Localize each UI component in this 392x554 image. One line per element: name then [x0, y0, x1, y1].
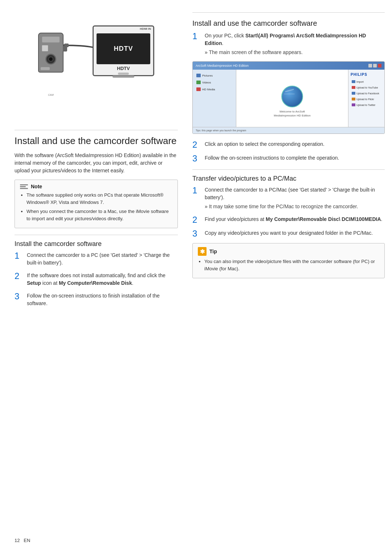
page-lang: EN: [24, 538, 30, 543]
note-header-label: Note: [31, 184, 42, 189]
transfer-step-1: 1 Connect the camcorder to a PC/Mac (see…: [192, 186, 385, 210]
screenshot-bottom-bar: Tips: this page when you launch the prog…: [193, 127, 384, 134]
win-close: [378, 64, 381, 67]
right-divider-top: [192, 12, 385, 13]
right-steps: 1 On your PC, click Start\(All) Programs…: [192, 32, 385, 56]
right-step-content-2: Click an option to select the correspond…: [205, 140, 385, 148]
right-section-title: Install and use the camcorder software: [192, 18, 385, 28]
tv-name: HDTV: [94, 66, 153, 71]
win-maximize: [373, 64, 377, 67]
transfer-step-2: 2 Find your video/pictures at My Compute…: [192, 216, 385, 224]
page-footer: 12 EN: [15, 538, 30, 543]
right-step-3: 3 Follow the on-screen instructions to c…: [192, 154, 385, 163]
ss-youtube-btn: Upload to YouTube: [351, 85, 382, 90]
transfer-step-content-1: Connect the camcorder to a PC/Mac (see '…: [205, 186, 385, 210]
divider-1: [15, 130, 178, 130]
sidebar-videos: Videos: [195, 79, 234, 85]
philips-logo: PHILIPS: [351, 73, 382, 77]
step-num-1: 1: [15, 251, 22, 260]
ss-flickr-btn: Upload to Flickr: [351, 97, 382, 101]
transfer-step-num-1: 1: [192, 186, 200, 195]
step-content-3: Follow the on-screen instructions to fin…: [27, 292, 178, 307]
divider-2: [15, 235, 178, 235]
right-step-num-1: 1: [192, 32, 200, 41]
note-item-2: When you connect the camcorder to a Mac,…: [26, 208, 172, 222]
tip-list: You can also import the video/picture fi…: [198, 258, 379, 272]
transfer-steps: 1 Connect the camcorder to a PC/Mac (see…: [192, 186, 385, 238]
transfer-step-content-3: Copy any video/pictures you want to your…: [205, 229, 385, 237]
tip-item-1: You can also import the video/picture fi…: [204, 258, 379, 272]
software-screenshot: ArcSoft MediaImpression HD Edition Pictu…: [192, 61, 385, 134]
note-list: The software supplied only works on PCs …: [20, 192, 172, 222]
screenshot-main: Welcome to ArcSoftMediaImpression HD Edi…: [236, 70, 348, 134]
transfer-step-num-3: 3: [192, 229, 200, 238]
note-item-1: The software supplied only works on PCs …: [26, 192, 172, 206]
screenshot-title: ArcSoft MediaImpression HD Edition: [196, 64, 366, 67]
right-step-2: 2 Click an option to select the correspo…: [192, 140, 385, 149]
right-divider-2: [192, 169, 385, 170]
ss-import-btn: Import: [351, 79, 382, 84]
right-step-content-3: Follow the on-screen instructions to com…: [205, 154, 385, 162]
right-step-1-sub: The main screen of the software appears.: [205, 49, 385, 56]
right-step-num-3: 3: [192, 154, 200, 163]
globe-image: [281, 86, 303, 107]
transfer-step-1-sub: It may take some time for the PC/Mac to …: [205, 203, 385, 210]
ss-twitter-btn: Upload to Twitter: [351, 103, 382, 107]
tv-label: HDTV: [114, 45, 133, 53]
hdmi-label: HDMI IN: [94, 26, 153, 30]
install-title: Install the camcorder software: [15, 240, 178, 248]
svg-rect-0: [64, 44, 69, 47]
screenshot-right-panel: PHILIPS Import Upload to YouTube Upload …: [348, 70, 384, 134]
install-step-1: 1 Connect the camcorder to a PC (see 'Ge…: [15, 251, 178, 267]
right-step-num-2: 2: [192, 140, 200, 149]
tip-header-label: Tip: [209, 249, 217, 254]
step-content-2: If the software does not install automat…: [27, 272, 178, 287]
right-step-content-1: On your PC, click Start\(All) Programs\ …: [205, 32, 385, 56]
tv-diagram: HDMI IN HDTV HDTV: [93, 25, 154, 76]
screenshot-sidebar: Pictures Videos HD Media: [193, 70, 236, 134]
install-step-2: 2 If the software does not install autom…: [15, 272, 178, 287]
transfer-step-content-2: Find your video/pictures at My Computer\…: [205, 216, 385, 223]
sidebar-hdmedia: HD Media: [195, 86, 234, 92]
install-steps: 1 Connect the camcorder to a PC (see 'Ge…: [15, 251, 178, 307]
right-step-1: 1 On your PC, click Start\(All) Programs…: [192, 32, 385, 56]
install-step-3: 3 Follow the on-screen instructions to f…: [15, 292, 178, 307]
note-box: Note The software supplied only works on…: [15, 180, 178, 228]
main-title: Install and use the camcorder software: [15, 135, 178, 147]
step-content-1: Connect the camcorder to a PC (see 'Get …: [27, 251, 178, 267]
page-number: 12: [15, 538, 20, 543]
right-steps-2-3: 2 Click an option to select the correspo…: [192, 140, 385, 163]
transfer-step-3: 3 Copy any video/pictures you want to yo…: [192, 229, 385, 238]
step-num-2: 2: [15, 272, 22, 280]
ss-facebook-btn: Upload to Facebook: [351, 91, 382, 95]
transfer-step-num-2: 2: [192, 216, 200, 224]
win-minimize: [368, 64, 372, 67]
note-icon: [20, 184, 28, 189]
step-num-3: 3: [15, 292, 22, 301]
screenshot-main-text: Welcome to ArcSoftMediaImpression HD Edi…: [274, 110, 310, 118]
transfer-title: Transfer video/pictures to a PC/Mac: [192, 175, 385, 182]
tip-icon: ✱: [198, 247, 207, 256]
intro-text: With the software (ArcSoft MediaImpressi…: [15, 152, 178, 175]
tip-box: ✱ Tip You can also import the video/pict…: [192, 243, 385, 278]
sidebar-pictures: Pictures: [195, 73, 234, 78]
